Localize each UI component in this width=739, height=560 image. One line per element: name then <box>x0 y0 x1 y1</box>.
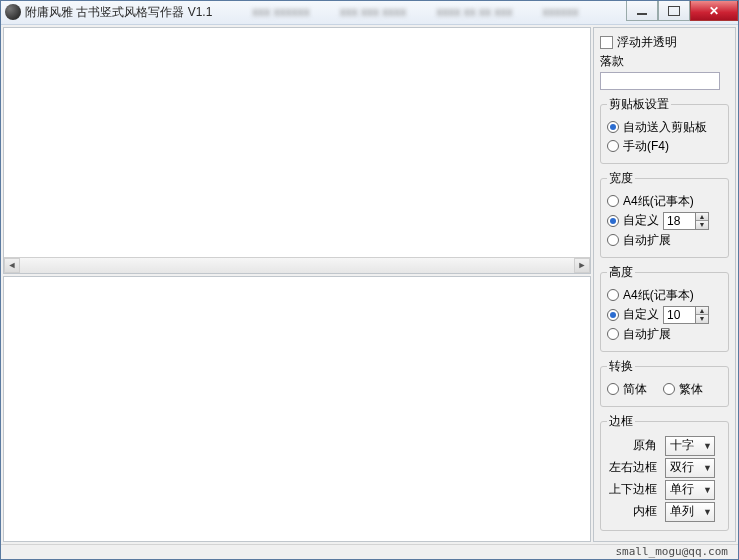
chevron-down-icon: ▼ <box>703 463 712 473</box>
window-title: 附庸风雅 古书竖式风格写作器 V1.1 <box>25 4 212 21</box>
spinner-down-icon[interactable]: ▼ <box>696 315 708 323</box>
chevron-down-icon: ▼ <box>703 507 712 517</box>
height-custom-radio[interactable] <box>607 309 619 321</box>
maximize-button[interactable] <box>658 1 690 21</box>
lr-border-label: 左右边框 <box>607 459 661 476</box>
clipboard-manual-radio[interactable] <box>607 140 619 152</box>
lr-border-select[interactable]: 双行 ▼ <box>665 458 715 478</box>
height-group: 高度 A4纸(记事本) 自定义 ▲▼ 自动扩展 <box>600 264 729 352</box>
titlebar[interactable]: 附庸风雅 古书竖式风格写作器 V1.1 xxx xxxxxxxxx xxx xx… <box>1 1 738 25</box>
height-a4-radio[interactable] <box>607 289 619 301</box>
convert-simplified-radio[interactable] <box>607 383 619 395</box>
tb-border-select[interactable]: 单行 ▼ <box>665 480 715 500</box>
app-window: 附庸风雅 古书竖式风格写作器 V1.1 xxx xxxxxxxxx xxx xx… <box>0 0 739 560</box>
corner-label: 原角 <box>607 437 661 454</box>
height-value-input[interactable] <box>663 306 695 324</box>
width-spinner[interactable]: ▲▼ <box>663 212 709 230</box>
width-custom-radio[interactable] <box>607 215 619 227</box>
inner-border-value: 单列 <box>670 503 694 520</box>
titlebar-blur: xxx xxxxxxxxx xxx xxxxxxxx xx xx xxxxxxx… <box>252 5 578 19</box>
chevron-down-icon: ▼ <box>703 485 712 495</box>
clipboard-auto-label: 自动送入剪贴板 <box>623 119 707 136</box>
width-custom-label: 自定义 <box>623 212 659 229</box>
height-custom-label: 自定义 <box>623 306 659 323</box>
clipboard-manual-label: 手动(F4) <box>623 138 669 155</box>
corner-select[interactable]: 十字 ▼ <box>665 436 715 456</box>
clipboard-group: 剪贴板设置 自动送入剪贴板 手动(F4) <box>600 96 729 164</box>
scroll-right-icon[interactable]: ► <box>574 258 590 273</box>
window-controls <box>626 1 738 21</box>
clipboard-auto-radio[interactable] <box>607 121 619 133</box>
minimize-button[interactable] <box>626 1 658 21</box>
signature-label: 落款 <box>600 53 624 70</box>
chevron-down-icon: ▼ <box>703 441 712 451</box>
spinner-up-icon[interactable]: ▲ <box>696 307 708 316</box>
height-auto-radio[interactable] <box>607 328 619 340</box>
float-transparent-label: 浮动并透明 <box>617 34 677 51</box>
left-column: ◄ ► <box>3 27 591 542</box>
convert-simplified-label: 简体 <box>623 381 647 398</box>
width-auto-label: 自动扩展 <box>623 232 671 249</box>
scroll-track[interactable] <box>20 258 574 273</box>
settings-sidebar: 浮动并透明 落款 剪贴板设置 自动送入剪贴板 手动(F4) 宽 <box>593 27 736 542</box>
width-auto-radio[interactable] <box>607 234 619 246</box>
clipboard-legend: 剪贴板设置 <box>607 96 671 113</box>
height-spinner[interactable]: ▲▼ <box>663 306 709 324</box>
border-group: 边框 原角 十字 ▼ 左右边框 双行 ▼ 上下边框 <box>600 413 729 531</box>
tb-border-value: 单行 <box>670 481 694 498</box>
top-horizontal-scrollbar[interactable]: ◄ ► <box>4 257 590 273</box>
inner-border-label: 内框 <box>607 503 661 520</box>
inner-border-select[interactable]: 单列 ▼ <box>665 502 715 522</box>
top-editor-pane[interactable]: ◄ ► <box>3 27 591 274</box>
bottom-preview-pane[interactable] <box>3 276 591 542</box>
spinner-up-icon[interactable]: ▲ <box>696 213 708 222</box>
width-a4-radio[interactable] <box>607 195 619 207</box>
close-button[interactable] <box>690 1 738 21</box>
convert-legend: 转换 <box>607 358 635 375</box>
convert-traditional-label: 繁体 <box>679 381 703 398</box>
width-value-input[interactable] <box>663 212 695 230</box>
height-legend: 高度 <box>607 264 635 281</box>
border-legend: 边框 <box>607 413 635 430</box>
spinner-down-icon[interactable]: ▼ <box>696 221 708 229</box>
main-body: ◄ ► 浮动并透明 落款 剪贴板设置 自动送 <box>1 25 738 544</box>
float-transparent-checkbox[interactable] <box>600 36 613 49</box>
height-a4-label: A4纸(记事本) <box>623 287 694 304</box>
height-auto-label: 自动扩展 <box>623 326 671 343</box>
corner-value: 十字 <box>670 437 694 454</box>
width-legend: 宽度 <box>607 170 635 187</box>
scroll-left-icon[interactable]: ◄ <box>4 258 20 273</box>
width-a4-label: A4纸(记事本) <box>623 193 694 210</box>
tb-border-label: 上下边框 <box>607 481 661 498</box>
convert-group: 转换 简体 繁体 <box>600 358 729 407</box>
width-group: 宽度 A4纸(记事本) 自定义 ▲▼ 自动扩展 <box>600 170 729 258</box>
app-icon <box>5 4 21 20</box>
signature-input[interactable] <box>600 72 720 90</box>
footer-email: small_mogu@qq.com <box>615 545 728 558</box>
convert-traditional-radio[interactable] <box>663 383 675 395</box>
lr-border-value: 双行 <box>670 459 694 476</box>
status-bar: small_mogu@qq.com <box>1 544 738 559</box>
